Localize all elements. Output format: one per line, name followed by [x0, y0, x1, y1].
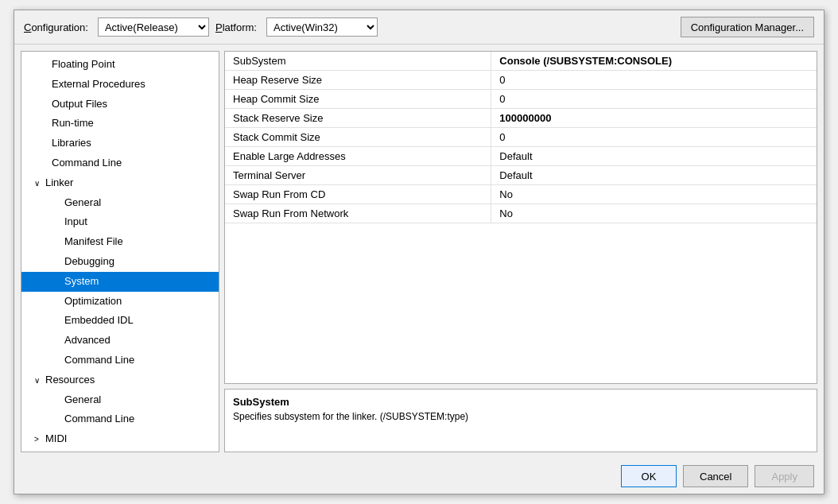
property-name-8: Swap Run From Network	[225, 204, 491, 223]
properties-table: SubSystemConsole (/SUBSYSTEM:CONSOLE)Hea…	[225, 52, 817, 223]
tree-item-linker-manifest[interactable]: Manifest File	[21, 232, 219, 252]
tree-item-linker-advanced[interactable]: Advanced	[21, 331, 219, 351]
property-value-0: Console (/SUBSYSTEM:CONSOLE)	[491, 52, 817, 71]
property-name-7: Swap Run From CD	[225, 185, 491, 204]
tree-panel: Floating PointExternal ProceduresOutput …	[21, 51, 219, 452]
property-value-5: Default	[491, 147, 817, 166]
property-row-8[interactable]: Swap Run From NetworkNo	[225, 204, 817, 223]
tree-item-resources[interactable]: ∨ Resources	[21, 370, 219, 390]
description-title: SubSystem	[233, 396, 809, 408]
tree-content: Floating PointExternal ProceduresOutput …	[21, 52, 219, 452]
property-name-5: Enable Large Addresses	[225, 147, 491, 166]
apply-button[interactable]: Apply	[755, 465, 814, 487]
tree-item-floating-point[interactable]: Floating Point	[21, 55, 219, 75]
property-name-3: Stack Reserve Size	[225, 109, 491, 128]
tree-item-label-midi: MIDI	[45, 432, 67, 444]
tree-item-external-procedures[interactable]: External Procedures	[21, 75, 219, 95]
properties-panel: SubSystemConsole (/SUBSYSTEM:CONSOLE)Hea…	[224, 51, 817, 384]
tree-item-resources-command-line[interactable]: Command Line	[21, 409, 219, 429]
tree-item-linker[interactable]: ∨ Linker	[21, 173, 219, 193]
tree-item-label-linker-advanced: Advanced	[64, 334, 111, 346]
property-value-4: 0	[491, 128, 817, 147]
platform-label: Platform:	[215, 21, 257, 33]
tree-item-linker-input[interactable]: Input	[21, 212, 219, 232]
property-value-3: 100000000	[491, 109, 817, 128]
tree-item-label-output-files: Output Files	[52, 98, 107, 110]
properties-dialog: Configuration: Active(Release) Platform:…	[14, 10, 824, 494]
tree-item-label-resources-command-line: Command Line	[64, 413, 134, 425]
tree-item-resources-general[interactable]: General	[21, 390, 219, 410]
property-row-4[interactable]: Stack Commit Size0	[225, 128, 817, 147]
tree-item-label-linker-general: General	[64, 196, 101, 208]
tree-item-label-resources: Resources	[45, 374, 95, 386]
property-value-1: 0	[491, 71, 817, 90]
cancel-button[interactable]: Cancel	[683, 465, 748, 487]
description-panel: SubSystem Specifies subsystem for the li…	[224, 389, 817, 452]
right-panel: SubSystemConsole (/SUBSYSTEM:CONSOLE)Hea…	[224, 51, 817, 452]
property-name-2: Heap Commit Size	[225, 90, 491, 109]
tree-item-command-line-1[interactable]: Command Line	[21, 153, 219, 173]
expand-icon-midi: >	[34, 433, 44, 446]
property-row-0[interactable]: SubSystemConsole (/SUBSYSTEM:CONSOLE)	[225, 52, 817, 71]
property-row-6[interactable]: Terminal ServerDefault	[225, 166, 817, 185]
tree-item-label-floating-point: Floating Point	[52, 58, 115, 70]
property-row-3[interactable]: Stack Reserve Size100000000	[225, 109, 817, 128]
property-value-7: No	[491, 185, 817, 204]
property-row-5[interactable]: Enable Large AddressesDefault	[225, 147, 817, 166]
property-row-1[interactable]: Heap Reserve Size0	[225, 71, 817, 90]
tree-item-label-libraries: Libraries	[52, 137, 91, 149]
property-name-4: Stack Commit Size	[225, 128, 491, 147]
config-label: Configuration:	[24, 21, 88, 33]
tree-item-libraries[interactable]: Libraries	[21, 134, 219, 153]
tree-item-linker-command-line[interactable]: Command Line	[21, 351, 219, 370]
tree-item-midi[interactable]: > MIDI	[21, 429, 219, 449]
property-row-2[interactable]: Heap Commit Size0	[225, 90, 817, 109]
property-value-2: 0	[491, 90, 817, 109]
expand-icon-linker: ∨	[34, 177, 44, 190]
tree-item-linker-debugging[interactable]: Debugging	[21, 252, 219, 272]
tree-item-label-external-procedures: External Procedures	[52, 78, 145, 90]
tree-item-label-linker-embedded-idl: Embedded IDL	[64, 314, 134, 326]
tree-item-label-linker-debugging: Debugging	[64, 255, 114, 267]
tree-item-label-run-time: Run-time	[52, 117, 94, 129]
description-text: Specifies subsystem for the linker. (/SU…	[233, 411, 809, 422]
tree-item-label-linker-command-line: Command Line	[64, 354, 134, 366]
property-name-0: SubSystem	[225, 52, 491, 71]
tree-item-label-linker-manifest: Manifest File	[64, 235, 123, 247]
property-row-7[interactable]: Swap Run From CDNo	[225, 185, 817, 204]
tree-item-label-resources-general: General	[64, 394, 101, 405]
property-name-6: Terminal Server	[225, 166, 491, 185]
main-content: Floating PointExternal ProceduresOutput …	[14, 45, 824, 459]
platform-select[interactable]: Active(Win32)	[266, 17, 378, 37]
tree-item-linker-general[interactable]: General	[21, 193, 219, 213]
tree-item-linker-optimization[interactable]: Optimization	[21, 292, 219, 312]
property-name-1: Heap Reserve Size	[225, 71, 491, 90]
configuration-select[interactable]: Active(Release)	[98, 17, 209, 37]
button-bar: OK Cancel Apply	[14, 459, 824, 494]
tree-item-label-linker-input: Input	[64, 215, 87, 227]
tree-item-run-time[interactable]: Run-time	[21, 114, 219, 134]
property-value-6: Default	[491, 166, 817, 185]
toolbar: Configuration: Active(Release) Platform:…	[14, 10, 824, 45]
tree-item-label-linker: Linker	[45, 176, 73, 188]
tree-item-label-linker-system: System	[64, 275, 99, 287]
ok-button[interactable]: OK	[621, 465, 677, 487]
tree-item-output-files[interactable]: Output Files	[21, 95, 219, 114]
property-value-8: No	[491, 204, 817, 223]
expand-icon-resources: ∨	[34, 374, 44, 387]
tree-item-linker-system[interactable]: System	[21, 272, 219, 292]
tree-item-label-command-line-1: Command Line	[52, 157, 122, 169]
tree-item-label-linker-optimization: Optimization	[64, 295, 122, 307]
tree-item-linker-embedded-idl[interactable]: Embedded IDL	[21, 311, 219, 331]
config-manager-button[interactable]: Configuration Manager...	[681, 17, 814, 37]
